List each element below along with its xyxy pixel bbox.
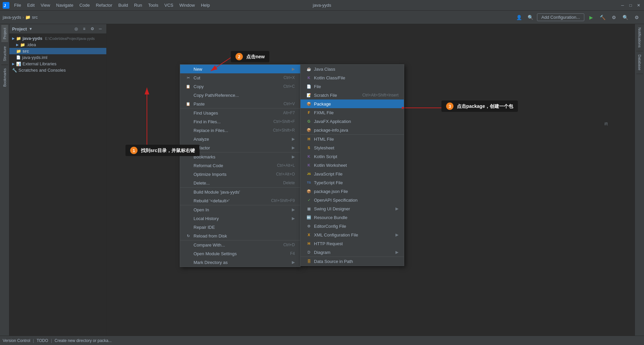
ctx-copy-shortcut: Ctrl+C <box>283 84 295 89</box>
tree-item-scratches[interactable]: 🔧 Scratches and Consoles <box>9 67 106 73</box>
menu-edit[interactable]: Edit <box>24 2 37 8</box>
project-folder-icon: 📁 <box>16 36 21 41</box>
panel-expand-icon[interactable]: ≡ <box>81 25 88 32</box>
sub-item-tsfile[interactable]: TS TypeScript File <box>301 178 404 187</box>
sub-openapispec-icon: ✓ <box>306 197 312 203</box>
sub-item-stylesheet[interactable]: S Stylesheet <box>301 143 404 152</box>
profile-icon[interactable]: 👤 <box>514 13 524 22</box>
project-dropdown[interactable]: ▼ <box>29 27 33 31</box>
sidebar-item-database[interactable]: Database <box>636 51 643 74</box>
tree-item-src[interactable]: 📁 src <box>9 48 106 54</box>
sub-item-diagram[interactable]: D Diagram ▶ <box>301 248 404 257</box>
tree-item-external-libs[interactable]: ▶ 📊 External Libraries <box>9 61 106 67</box>
tree-item-idea[interactable]: ▶ 📁 .idea <box>9 42 106 48</box>
panel-settings-icon[interactable]: ⚙ <box>89 25 96 32</box>
minimize-button[interactable]: ─ <box>620 3 625 8</box>
menu-navigate[interactable]: Navigate <box>53 2 76 8</box>
breadcrumb-project[interactable]: java-yyds <box>3 15 21 20</box>
sidebar-item-bookmarks[interactable]: Bookmarks <box>1 65 8 90</box>
maximize-button[interactable]: □ <box>628 3 633 8</box>
sub-item-kotlinclass[interactable]: K Kotlin Class/File <box>301 73 404 82</box>
sub-item-kotlinworksheet[interactable]: K Kotlin Worksheet <box>301 161 404 169</box>
settings-gear-icon[interactable]: ⚙ <box>632 13 641 22</box>
ctx-item-openmodulesettings[interactable]: Open Module Settings F4 <box>180 249 300 258</box>
status-bar-todo[interactable]: TODO <box>37 338 48 343</box>
sub-kotlinworksheet-label: Kotlin Worksheet <box>314 163 347 168</box>
sub-javafxapp-icon: G <box>306 119 312 124</box>
ctx-item-rebuild[interactable]: Rebuild '<default>' Ctrl+Shift+F9 <box>180 196 300 205</box>
ctx-item-reloadfromdisk[interactable]: ↻ Reload from Disk <box>180 231 300 240</box>
build-icon[interactable]: 🔨 <box>598 13 607 22</box>
expand-arrow-ext: ▶ <box>12 62 15 66</box>
menu-vcs[interactable]: VCS <box>162 2 176 8</box>
sidebar-item-notifications[interactable]: Notifications <box>636 24 643 51</box>
sub-item-httprequest[interactable]: H HTTP Request <box>301 239 404 248</box>
status-bar: Version Control | TODO | Create new dire… <box>0 336 644 345</box>
status-bar-separator2: | <box>51 338 52 343</box>
tree-item-iml[interactable]: 📄 java-yyds.iml <box>9 54 106 61</box>
tooltip-3: 3 点击package，创建一个包 <box>441 100 518 112</box>
sub-swinguidesigner-icon: ▦ <box>306 206 312 211</box>
breadcrumb-separator: › <box>22 15 24 20</box>
menu-tools[interactable]: Tools <box>146 2 161 8</box>
panel-close-icon[interactable]: ─ <box>97 25 104 32</box>
right-side-tabs: Notifications Database <box>635 24 644 336</box>
menu-refactor[interactable]: Refactor <box>93 2 115 8</box>
sub-item-packageinfo[interactable]: 📦 package-info.java <box>301 126 404 134</box>
close-button[interactable]: ✕ <box>636 3 641 8</box>
sub-resourcebundle-label: Resource Bundle <box>314 215 347 220</box>
ctx-item-markdirectoryas[interactable]: Mark Directory as ▶ <box>180 258 300 267</box>
search-everywhere-icon[interactable]: 🔍 <box>526 13 535 22</box>
tree-item-project-root[interactable]: ▶ 📁 java-yyds E:\Code\IdeaProject\java-y… <box>9 35 106 42</box>
ctx-item-openin[interactable]: Open In ▶ <box>180 205 300 214</box>
sub-item-swinguidesigner[interactable]: ▦ Swing UI Designer ▶ <box>301 204 404 213</box>
sub-item-package[interactable]: 📦 Package <box>301 99 404 108</box>
ctx-refactor-arrow: ▶ <box>292 145 295 150</box>
sub-datasourceinpath-icon: 🗄 <box>306 259 312 264</box>
ctx-localhistory-arrow: ▶ <box>292 216 295 221</box>
settings-icon[interactable]: ⚙ <box>609 13 619 22</box>
sub-item-fxmlfile[interactable]: F FXML File <box>301 108 404 117</box>
sub-item-editorconfigfile[interactable]: ⚙ EditorConfig File <box>301 222 404 230</box>
sub-item-javafxapp[interactable]: G JavaFX Application <box>301 117 404 126</box>
sidebar-item-structure[interactable]: Structure <box>1 43 8 65</box>
menu-file[interactable]: File <box>11 2 24 8</box>
menu-build[interactable]: Build <box>116 2 131 8</box>
project-root-path: E:\Code\IdeaProject\java-yyds <box>45 37 95 41</box>
run-button[interactable]: ▶ <box>586 13 596 22</box>
ctx-item-comparewith[interactable]: Compare With... Ctrl+D <box>180 240 300 249</box>
sub-diagram-icon: D <box>306 250 312 255</box>
sub-item-scratchfile[interactable]: 📝 Scratch File Ctrl+Alt+Shift+Insert <box>301 91 404 99</box>
menu-view[interactable]: View <box>38 2 53 8</box>
sub-item-openapispec[interactable]: ✓ OpenAPI Specification <box>301 196 404 204</box>
ctx-item-repairide[interactable]: Repair IDE <box>180 223 300 231</box>
panel-locate-icon[interactable]: ◎ <box>73 25 79 32</box>
sub-package-label: Package <box>314 101 331 107</box>
tooltip-2-text: 点击new <box>246 54 265 59</box>
status-bar-vcs[interactable]: Version Control <box>3 338 30 343</box>
menu-code[interactable]: Code <box>77 2 93 8</box>
sub-item-javaclass[interactable]: ☕ Java Class <box>301 65 404 73</box>
external-libs-label: External Libraries <box>22 61 56 66</box>
sidebar-item-project[interactable]: Project <box>1 24 8 43</box>
breadcrumb-folder[interactable]: src <box>32 15 38 20</box>
menu-help[interactable]: Help <box>198 2 213 8</box>
sub-item-packagejson[interactable]: 📦 package.json File <box>301 187 404 196</box>
search-icon[interactable]: 🔍 <box>621 13 630 22</box>
ctx-rebuild-icon <box>185 198 191 203</box>
add-configuration-button[interactable]: Add Configuration... <box>537 13 584 21</box>
iml-file-icon: 📄 <box>16 55 21 60</box>
sub-item-file[interactable]: 📄 File <box>301 82 404 91</box>
ctx-openmodulesettings-icon <box>185 251 191 256</box>
sub-item-resourcebundle[interactable]: 🔤 Resource Bundle <box>301 213 404 222</box>
sub-item-jsfile[interactable]: JS JavaScript File <box>301 169 404 178</box>
ctx-item-localhistory[interactable]: Local History ▶ <box>180 214 300 223</box>
arrow-line-1 <box>107 24 241 192</box>
sub-item-xmlconfigfile[interactable]: X XML Configuration File ▶ <box>301 230 404 239</box>
menu-window[interactable]: Window <box>177 2 198 8</box>
sub-item-kotlinscript[interactable]: K Kotlin Script <box>301 152 404 161</box>
menu-run[interactable]: Run <box>131 2 145 8</box>
expand-arrow-root: ▶ <box>12 37 15 40</box>
sub-item-htmlfile[interactable]: H HTML File <box>301 134 404 143</box>
sub-item-datasourceinpath[interactable]: 🗄 Data Source in Path <box>301 257 404 266</box>
